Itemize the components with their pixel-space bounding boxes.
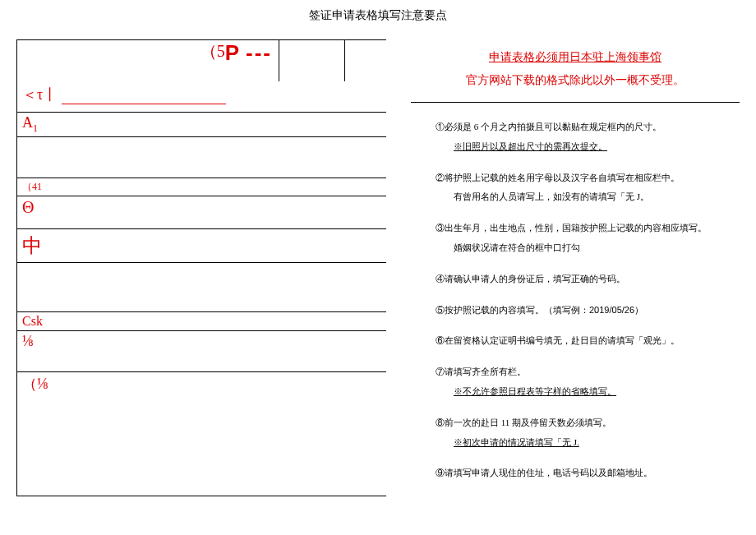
mark-dashes: --- [246,40,272,66]
instruction-sub: ※旧照片以及超出尺寸的需再次提交。 [436,139,740,155]
instruction-text: ⑤按护照记载的内容填写。（填写例：2019/05/26） [436,302,740,319]
instruction-item: ②将护照上记载的姓名用字母以及汉字各自填写在相应栏中。有曾用名的人员请写上，如没… [436,170,740,206]
instruction-list: ①必须是 6 个月之内拍摄且可以黏贴在规定框内的尺寸。※旧照片以及超出尺寸的需再… [411,119,740,482]
row-blank-2 [17,263,386,312]
label-frac2: （⅛ [17,372,53,395]
instructions-column: 申请表格必须用日本驻上海领事馆 官方网站下载的格式除此以外一概不受理。 ①必须是… [386,39,740,496]
row-a1: A1 [17,113,386,137]
instruction-text: ⑦请填写齐全所有栏。 [436,364,740,380]
label-theta: Θ [17,196,39,219]
instruction-sub: 有曾用名的人员请写上，如没有的请填写「无 J。 [436,189,740,205]
label-zhong: 中 [17,229,47,262]
row-blank-1 [17,137,386,178]
row-zhong: 中 [17,229,386,263]
form-header-row: （5 P --- [17,40,386,81]
instruction-item: ⑦请填写齐全所有栏。※不允许参照日程表等字样的省略填写。 [436,364,740,400]
mark-p: P [225,40,241,66]
instruction-text: ②将护照上记载的姓名用字母以及汉字各自填写在相应栏中。 [436,170,740,187]
instruction-text: ⑧前一次的赴日 11 期及停留天数必须填写。 [436,415,740,431]
row-tau: ＜τ丨 [17,81,386,113]
mark-five: （5 [201,40,225,62]
notice-line-2: 官方网站下载的格式除此以外一概不受理。 [411,69,740,92]
row-41: （41 [17,178,386,196]
a1-label: A1 [17,113,43,136]
page-title: 签证申请表格填写注意要点 [0,0,756,39]
notice-line-1: 申请表格必须用日本驻上海领事馆 [411,46,740,69]
header-cell-3 [345,40,386,81]
instruction-item: ④请确认申请人的身份证后，填写正确的号码。 [436,271,740,288]
row-frac2: （⅛ [17,372,386,405]
instruction-item: ①必须是 6 个月之内拍摄且可以黏贴在规定框内的尺寸。※旧照片以及超出尺寸的需再… [436,119,740,155]
instruction-item: ⑤按护照记载的内容填写。（填写例：2019/05/26） [436,302,740,319]
instruction-text: ①必须是 6 个月之内拍摄且可以黏贴在规定框内的尺寸。 [436,119,740,136]
row-frac1: ⅛ [17,331,386,372]
instruction-item: ③出生年月，出生地点，性别，国籍按护照上记载的内容相应填写。婚姻状况请在符合的框… [436,220,740,256]
instruction-item: ⑨请填写申请人现住的住址，电话号码以及邮箱地址。 [436,465,740,482]
main-container: （5 P --- ＜τ丨 A1 （41 Θ 中 Csk [0,39,756,496]
header-cell-photo: （5 P --- [17,40,279,81]
instruction-sub: ※初次申请的情况请填写「无 J. [436,435,740,451]
header-cell-2 [279,40,345,81]
row-csk: Csk [17,312,386,331]
notice-box: 申请表格必须用日本驻上海领事馆 官方网站下载的格式除此以外一概不受理。 [411,39,740,103]
instruction-item: ⑧前一次的赴日 11 期及停留天数必须填写。※初次申请的情况请填写「无 J. [436,415,740,451]
label-41: （41 [17,178,47,196]
instruction-text: ③出生年月，出生地点，性别，国籍按护照上记载的内容相应填写。 [436,220,740,237]
tau-underline [62,91,226,104]
instruction-item: ⑥在留资格认定证明书编号填无，赴日目的请填写「观光」。 [436,333,740,349]
label-frac1: ⅛ [17,331,39,352]
instruction-sub: 婚姻状况请在符合的框中口打勾 [436,240,740,256]
row-theta: Θ [17,196,386,229]
tau-bar: 丨 [43,86,58,103]
tau-label: ＜τ [22,86,43,103]
instruction-text: ④请确认申请人的身份证后，填写正确的号码。 [436,271,740,288]
instruction-text: ⑨请填写申请人现住的住址，电话号码以及邮箱地址。 [436,465,740,482]
form-diagram: （5 P --- ＜τ丨 A1 （41 Θ 中 Csk [16,39,386,496]
label-csk: Csk [17,312,48,330]
instruction-text: ⑥在留资格认定证明书编号填无，赴日目的请填写「观光」。 [436,333,740,349]
instruction-sub: ※不允许参照日程表等字样的省略填写。 [436,384,740,400]
